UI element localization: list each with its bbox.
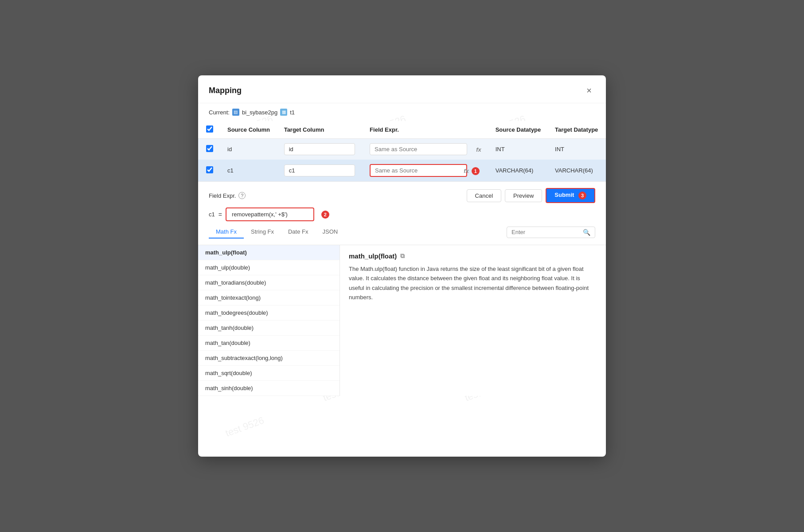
tab-date-fx[interactable]: Date Fx	[281, 226, 316, 239]
mapping-table: Source Column Target Column Field Expr. …	[198, 121, 606, 181]
mapping-modal: test 9526 test 9526 test 9526 test 9526 …	[198, 75, 606, 457]
modal-header: Mapping ×	[198, 75, 606, 103]
tabs: Math Fx String Fx Date Fx JSON	[209, 226, 345, 239]
list-item[interactable]: math_ulp(double)	[198, 260, 340, 275]
table-row: id fx INT INT	[198, 139, 606, 160]
list-item[interactable]: math_sqrt(double)	[198, 366, 340, 381]
close-button[interactable]: ×	[583, 84, 595, 97]
search-input[interactable]	[511, 229, 580, 235]
row-checkbox-id[interactable]	[206, 145, 213, 152]
db-icon: ▤	[232, 109, 239, 116]
list-item[interactable]: math_tan(double)	[198, 336, 340, 351]
header-source-datatype: Source Datatype	[489, 121, 549, 139]
field-expr-input-c1[interactable]	[370, 164, 467, 177]
preview-button[interactable]: Preview	[505, 189, 542, 202]
list-item[interactable]: math_ulp(float)	[198, 245, 340, 260]
search-icon: 🔍	[583, 229, 590, 236]
list-item[interactable]: math_toradians(double)	[198, 275, 340, 290]
list-item[interactable]: math_tointexact(long)	[198, 290, 340, 305]
list-item[interactable]: math_subtractexact(long,long)	[198, 351, 340, 366]
expression-input[interactable]: removepattern(x,' +$')	[226, 207, 314, 221]
current-label: Current:	[209, 109, 230, 116]
target-column-cell-id	[278, 139, 363, 160]
field-expr-cell-id: fx	[363, 139, 489, 160]
expression-row: c1 = removepattern(x,' +$') 2	[209, 207, 595, 221]
field-expr-label: Field Expr. ?	[209, 192, 246, 199]
header-source-column: Source Column	[221, 121, 278, 139]
function-detail-description: The Math.ulp(float) function in Java ret…	[349, 264, 597, 302]
select-all-checkbox[interactable]	[206, 125, 213, 133]
source-column-id: id	[221, 139, 278, 160]
watermark-text: test 9526	[224, 415, 265, 439]
header-target-column: Target Column	[278, 121, 363, 139]
header-target-datatype: Target Datatype	[549, 121, 606, 139]
fx-button-c1[interactable]: fx	[464, 167, 469, 174]
list-item[interactable]: math_todegrees(double)	[198, 305, 340, 321]
field-expr-input-id[interactable]	[370, 143, 467, 155]
tab-string-fx[interactable]: String Fx	[244, 226, 281, 239]
expr-col-name: c1	[209, 211, 215, 218]
tab-json[interactable]: JSON	[316, 226, 345, 239]
db-name: bi_sybase2pg	[242, 109, 277, 116]
action-buttons: Cancel Preview Submit 3	[467, 188, 595, 203]
function-detail-title: math_ulp(float) ⧉	[349, 252, 597, 260]
function-list: math_ulp(float) math_ulp(double) math_to…	[198, 245, 340, 396]
badge-3: 3	[578, 192, 586, 200]
list-item[interactable]: math_sinh(double)	[198, 381, 340, 396]
source-datatype-c1: VARCHAR(64)	[489, 160, 549, 181]
row-checkbox-c1[interactable]	[206, 166, 213, 173]
modal-title: Mapping	[209, 86, 242, 95]
header-checkbox-cell	[198, 121, 221, 139]
tab-math-fx[interactable]: Math Fx	[209, 226, 244, 239]
fx-button-id[interactable]: fx	[476, 146, 481, 153]
target-column-cell-c1	[278, 160, 363, 181]
field-expr-cell-c1: 1 fx	[363, 160, 489, 181]
source-datatype-id: INT	[489, 139, 549, 160]
target-column-input-id[interactable]	[284, 143, 355, 155]
row-checkbox-cell	[198, 160, 221, 181]
badge-1: 1	[472, 167, 480, 175]
help-icon[interactable]: ?	[238, 192, 246, 199]
submit-button[interactable]: Submit 3	[546, 188, 595, 203]
cancel-button[interactable]: Cancel	[467, 189, 501, 202]
search-box: 🔍	[507, 227, 595, 238]
row-checkbox-cell	[198, 139, 221, 160]
table-header-row: Source Column Target Column Field Expr. …	[198, 121, 606, 139]
function-panel: math_ulp(float) math_ulp(double) math_to…	[198, 245, 606, 396]
table-icon: ▦	[280, 109, 287, 116]
list-item[interactable]: math_tanh(double)	[198, 321, 340, 336]
target-datatype-id: INT	[549, 139, 606, 160]
field-expr-section: Field Expr. ? Cancel Preview Submit 3 c1…	[198, 181, 606, 245]
tabs-row: Math Fx String Fx Date Fx JSON 🔍	[209, 226, 595, 239]
table-row: c1 1 fx VARCHAR(64) VARCHAR(64)	[198, 160, 606, 181]
field-expr-label-text: Field Expr.	[209, 192, 236, 199]
target-column-input-c1[interactable]	[284, 164, 355, 176]
source-column-c1: c1	[221, 160, 278, 181]
table-name: t1	[290, 109, 295, 116]
expr-equals: =	[219, 211, 222, 218]
function-detail: math_ulp(float) ⧉ The Math.ulp(float) fu…	[340, 245, 606, 396]
copy-icon[interactable]: ⧉	[400, 252, 405, 260]
target-datatype-c1: VARCHAR(64)	[549, 160, 606, 181]
field-expr-header: Field Expr. ? Cancel Preview Submit 3	[209, 188, 595, 203]
current-info: Current: ▤ bi_sybase2pg ▦ t1	[198, 103, 606, 121]
badge-2: 2	[321, 211, 329, 219]
header-field-expr: Field Expr.	[363, 121, 489, 139]
